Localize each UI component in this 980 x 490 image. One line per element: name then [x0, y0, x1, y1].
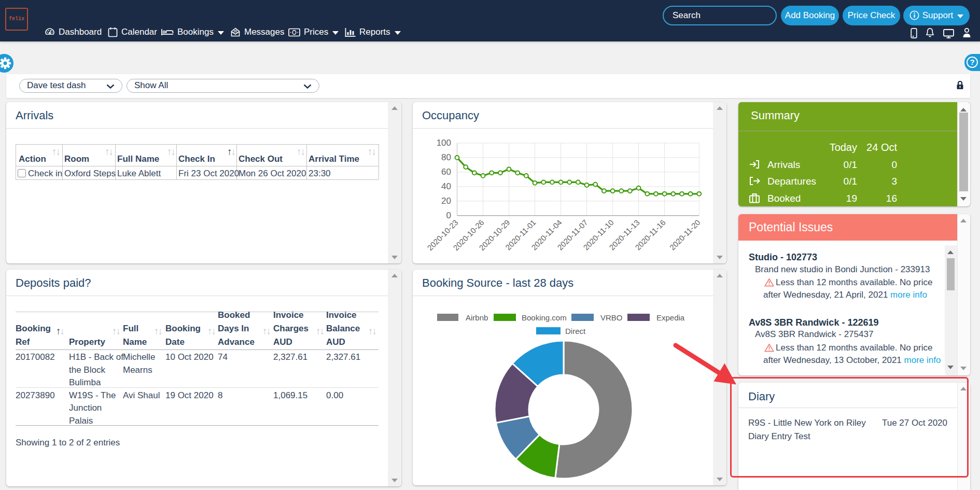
svg-text:40: 40: [441, 181, 451, 191]
svg-text:0: 0: [446, 211, 451, 220]
svg-text:80: 80: [441, 152, 451, 162]
svg-text:60: 60: [441, 167, 451, 177]
svg-text:100: 100: [437, 138, 451, 148]
svg-text:20: 20: [441, 196, 451, 206]
svg-text:2020-11-20: 2020-11-20: [668, 218, 702, 251]
